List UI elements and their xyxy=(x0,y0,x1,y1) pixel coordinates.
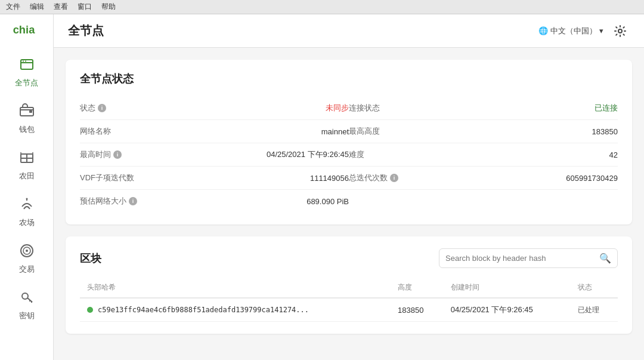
status-value-network-size: 689.090 PiB xyxy=(306,197,349,206)
hash-cell-content: c59e13ffc94ae4c6fb9888f51adedafd139799ca… xyxy=(87,306,383,314)
blocks-card: 区块 🔍 头部哈希 高度 创建时间 状态 xyxy=(66,236,632,334)
status-label-max-height: 最高高度 xyxy=(349,126,420,137)
chia-logo: chia xyxy=(9,20,45,38)
status-value-time: 04/25/2021 下午9:26:45 xyxy=(267,149,349,160)
table-header: 头部哈希 高度 创建时间 状态 xyxy=(80,278,618,298)
blocks-title: 区块 xyxy=(80,251,101,266)
svg-point-17 xyxy=(22,293,28,299)
sidebar-item-wallet[interactable]: 钱包 xyxy=(0,94,53,141)
status-label-time: 最高时间 i xyxy=(80,149,151,160)
block-search-input[interactable] xyxy=(445,254,596,263)
status-cell-state-left: 状态 i 未同步 xyxy=(80,97,349,120)
sidebar-item-farmland[interactable]: 农田 xyxy=(0,141,53,187)
status-value-connection: 已连接 xyxy=(595,103,618,113)
full-node-label: 全节点 xyxy=(15,78,38,88)
status-value-network: mainnet xyxy=(321,127,349,136)
svg-rect-1 xyxy=(21,60,33,69)
sidebar-item-full-node[interactable]: 全节点 xyxy=(0,48,53,94)
trade-icon xyxy=(15,240,39,261)
status-value-state: 未同步 xyxy=(326,103,349,113)
settings-button[interactable] xyxy=(611,21,630,41)
table-header-row: 头部哈希 高度 创建时间 状态 xyxy=(80,278,618,298)
main-content: 全节点 🌐 中文（中国） ▾ 全节点状态 xyxy=(54,14,644,360)
status-cell-time-left: 最高时间 i 04/25/2021 下午9:26:45 xyxy=(80,143,349,167)
lang-chevron-icon: ▾ xyxy=(599,26,603,35)
keys-label: 密钥 xyxy=(19,310,35,321)
sidebar: chia 全节点 xyxy=(0,14,54,360)
status-label-network: 网络名称 xyxy=(80,126,151,137)
language-selector[interactable]: 🌐 中文（中国） ▾ xyxy=(538,26,603,36)
search-icon[interactable]: 🔍 xyxy=(599,253,611,264)
status-cell-max-height: 最高高度 183850 xyxy=(349,120,618,143)
page-title: 全节点 xyxy=(68,23,104,39)
svg-point-20 xyxy=(618,29,622,33)
menu-help[interactable]: 帮助 xyxy=(101,2,116,12)
farmland-label: 农田 xyxy=(19,171,35,181)
status-label-total-iters: 总迭代次数 i xyxy=(349,173,420,183)
farm-label: 农场 xyxy=(19,217,35,228)
status-label-network-size: 预估网络大小 i xyxy=(80,196,151,207)
svg-point-3 xyxy=(23,61,24,62)
status-label-state: 状态 i xyxy=(80,103,151,113)
block-status-tag: 已处理 xyxy=(578,306,599,314)
status-cell-network-left: 网络名称 mainnet xyxy=(80,120,349,143)
status-cell-network-size: 预估网络大小 i 689.090 PiB xyxy=(80,190,349,213)
info-dot-netsize[interactable]: i xyxy=(129,197,137,205)
col-created: 创建时间 xyxy=(444,278,571,298)
sidebar-item-trade[interactable]: 交易 xyxy=(0,234,53,281)
col-hash: 头部哈希 xyxy=(80,278,391,298)
full-node-icon xyxy=(15,54,39,75)
svg-text:chia: chia xyxy=(13,23,35,36)
block-indicator xyxy=(87,307,93,313)
status-label-vdf: VDF子项迭代数 xyxy=(80,173,151,183)
block-status-cell: 已处理 xyxy=(571,298,618,322)
header-bar: 全节点 🌐 中文（中国） ▾ xyxy=(54,14,644,48)
sidebar-item-farm[interactable]: 农场 xyxy=(0,187,53,234)
status-value-max-height: 183850 xyxy=(592,127,618,136)
table-row[interactable]: c59e13ffc94ae4c6fb9888f51adedafd139799ca… xyxy=(80,298,618,322)
block-hash-cell: c59e13ffc94ae4c6fb9888f51adedafd139799ca… xyxy=(80,298,391,322)
menu-file[interactable]: 文件 xyxy=(6,2,20,12)
block-search-box[interactable]: 🔍 xyxy=(439,248,618,268)
menu-edit[interactable]: 编辑 xyxy=(30,2,44,12)
svg-point-16 xyxy=(26,250,28,252)
trade-label: 交易 xyxy=(19,264,35,275)
block-card-header: 区块 🔍 xyxy=(80,248,618,268)
farm-icon xyxy=(15,193,39,215)
col-height: 高度 xyxy=(391,278,444,298)
hash-text: c59e13ffc94ae4c6fb9888f51adedafd139799ca… xyxy=(98,306,309,314)
status-value-vdf: 111149056 xyxy=(310,174,349,183)
status-cell-connection: 连接状态 已连接 xyxy=(349,97,618,120)
status-cell-total-iters: 总迭代次数 i 605991730429 xyxy=(349,167,618,190)
status-grid: 状态 i 未同步 连接状态 已连接 网络名称 xyxy=(80,97,618,213)
sidebar-item-keys[interactable]: 密钥 xyxy=(0,281,53,327)
header-right: 🌐 中文（中国） ▾ xyxy=(538,21,630,41)
node-status-card: 全节点状态 状态 i 未同步 连接状态 已连接 xyxy=(66,60,632,224)
keys-icon xyxy=(15,287,39,308)
menu-window[interactable]: 窗口 xyxy=(78,2,92,12)
svg-point-13 xyxy=(26,198,27,200)
status-label-difficulty: 难度 xyxy=(349,149,420,160)
col-status: 状态 xyxy=(571,278,618,298)
farmland-icon xyxy=(15,147,39,168)
block-created-cell: 04/25/2021 下午9:26:45 xyxy=(444,298,571,322)
status-cell-empty xyxy=(349,190,618,213)
menu-view[interactable]: 查看 xyxy=(54,2,68,12)
info-dot-state[interactable]: i xyxy=(98,104,106,112)
status-cell-vdf-left: VDF子项迭代数 111149056 xyxy=(80,167,349,190)
status-cell-difficulty: 难度 42 xyxy=(349,143,618,167)
blocks-table: 头部哈希 高度 创建时间 状态 c59e13ffc94ae4c6fb9888f5… xyxy=(80,278,618,322)
info-dot-iters[interactable]: i xyxy=(390,174,398,182)
block-height-cell: 183850 xyxy=(391,298,444,322)
content-area: 全节点状态 状态 i 未同步 连接状态 已连接 xyxy=(54,48,644,346)
status-label-connection: 连接状态 xyxy=(349,103,420,113)
lang-icon: 🌐 xyxy=(538,26,548,35)
svg-rect-6 xyxy=(29,110,32,113)
info-dot-time[interactable]: i xyxy=(113,150,122,159)
table-body: c59e13ffc94ae4c6fb9888f51adedafd139799ca… xyxy=(80,298,618,322)
status-value-difficulty: 42 xyxy=(609,150,618,159)
wallet-icon xyxy=(15,100,39,122)
svg-point-4 xyxy=(25,61,26,62)
node-status-title: 全节点状态 xyxy=(80,72,618,86)
menu-bar: 文件 编辑 查看 窗口 帮助 xyxy=(0,0,644,14)
